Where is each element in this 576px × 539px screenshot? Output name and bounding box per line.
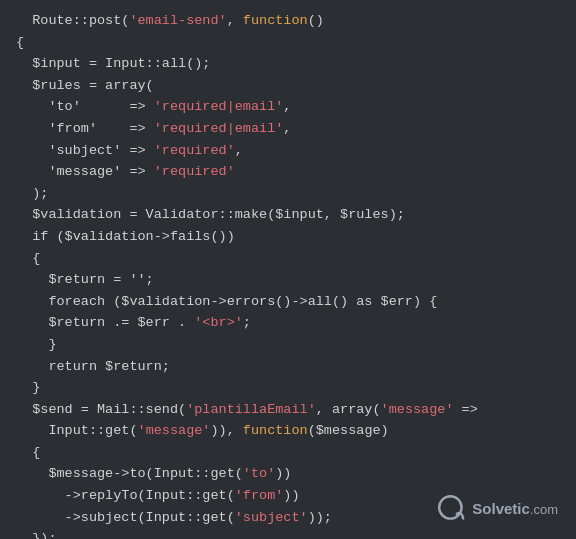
code-token: '<br>'	[194, 315, 243, 330]
code-token: {	[16, 35, 24, 50]
code-token: ,	[227, 13, 243, 28]
code-token: 'email-send'	[129, 13, 226, 28]
code-token: 'plantillaEmail'	[186, 402, 316, 417]
code-token: Input::get(	[16, 423, 138, 438]
code-line: }	[16, 334, 560, 356]
code-token: ;	[243, 315, 251, 330]
code-line: $return = '';	[16, 269, 560, 291]
code-token: {	[16, 251, 40, 266]
code-token: $input = Input::all();	[16, 56, 210, 71]
code-token: 'subject'	[235, 510, 308, 525]
code-token: $send = Mail::send(	[16, 402, 186, 417]
code-line: {	[16, 248, 560, 270]
code-token: ,	[235, 143, 243, 158]
code-token: 'message' =>	[16, 164, 154, 179]
code-line: {	[16, 32, 560, 54]
code-token: $validation = Validator::make($input, $r…	[16, 207, 405, 222]
code-block: Route::post('email-send', function(){ $i…	[0, 0, 576, 539]
code-token: if ($validation->fails())	[16, 229, 235, 244]
code-token: $return .= $err .	[16, 315, 194, 330]
code-line: {	[16, 442, 560, 464]
code-token: function	[243, 423, 308, 438]
code-line: return $return;	[16, 356, 560, 378]
code-token: }	[16, 380, 40, 395]
code-token: 'message'	[381, 402, 454, 417]
code-line: });	[16, 528, 560, 539]
code-line: $validation = Validator::make($input, $r…	[16, 204, 560, 226]
code-token: ))	[283, 488, 299, 503]
code-line: 'message' => 'required'	[16, 161, 560, 183]
code-token: 'from'	[235, 488, 284, 503]
code-token: 'required|email'	[154, 99, 284, 114]
code-token: function	[243, 13, 308, 28]
code-token: 'message'	[138, 423, 211, 438]
code-token: Route::post(	[16, 13, 129, 28]
code-token: 'required|email'	[154, 121, 284, 136]
code-token: $return = '';	[16, 272, 154, 287]
code-token: return $return;	[16, 359, 170, 374]
code-token: ()	[308, 13, 324, 28]
code-token: $message->to(Input::get(	[16, 466, 243, 481]
watermark: Solvetic.com	[436, 493, 558, 525]
code-token: ($message)	[308, 423, 389, 438]
code-line: foreach ($validation->errors()->all() as…	[16, 291, 560, 313]
code-token: 'subject' =>	[16, 143, 154, 158]
code-token: 'to'	[243, 466, 275, 481]
code-line: Route::post('email-send', function()	[16, 10, 560, 32]
code-line: $return .= $err . '<br>';	[16, 312, 560, 334]
code-line: 'to' => 'required|email',	[16, 96, 560, 118]
watermark-label: Solvetic.com	[472, 497, 558, 522]
code-line: $input = Input::all();	[16, 53, 560, 75]
code-token: $rules = array(	[16, 78, 154, 93]
solvetic-icon	[436, 493, 468, 525]
code-token: 'required'	[154, 164, 235, 179]
code-line: $rules = array(	[16, 75, 560, 97]
code-line: $message->to(Input::get('to'))	[16, 463, 560, 485]
code-token: ,	[283, 99, 291, 114]
code-token: ))	[275, 466, 291, 481]
code-line: }	[16, 377, 560, 399]
code-token: {	[16, 445, 40, 460]
code-token: , array(	[316, 402, 381, 417]
code-token: 'to' =>	[16, 99, 154, 114]
code-token: );	[16, 186, 48, 201]
code-token: }	[16, 337, 57, 352]
code-line: Input::get('message')), function($messag…	[16, 420, 560, 442]
code-token: ));	[308, 510, 332, 525]
code-token: ->replyTo(Input::get(	[16, 488, 235, 503]
code-token: foreach ($validation->errors()->all() as…	[16, 294, 437, 309]
code-token: )),	[210, 423, 242, 438]
svg-point-0	[439, 496, 461, 518]
code-token: });	[16, 531, 57, 539]
code-line: $send = Mail::send('plantillaEmail', arr…	[16, 399, 560, 421]
code-token: =>	[454, 402, 478, 417]
code-token: ,	[283, 121, 291, 136]
code-line: if ($validation->fails())	[16, 226, 560, 248]
code-line: 'subject' => 'required',	[16, 140, 560, 162]
code-line: 'from' => 'required|email',	[16, 118, 560, 140]
code-token: 'from' =>	[16, 121, 154, 136]
code-token: 'required'	[154, 143, 235, 158]
code-line: );	[16, 183, 560, 205]
code-token: ->subject(Input::get(	[16, 510, 235, 525]
